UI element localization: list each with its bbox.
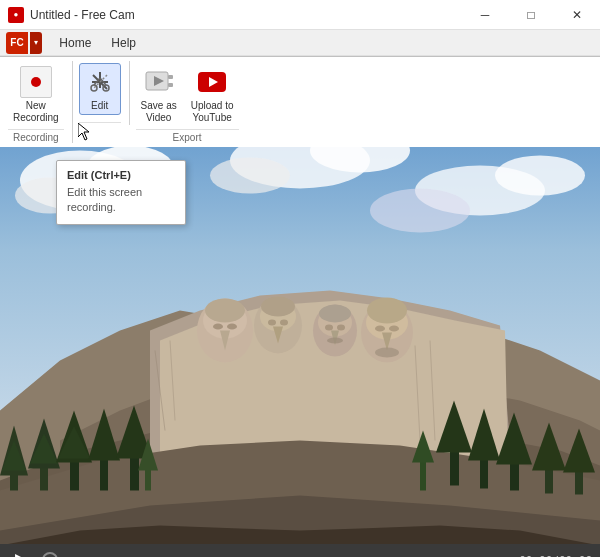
svg-point-44 [319,305,351,323]
edit-button[interactable]: Edit [79,63,121,115]
time-display: 00:00/00:06 [519,554,592,558]
youtube-svg [198,72,226,92]
svg-point-21 [210,158,290,194]
edit-svg [86,68,114,96]
export-group-label: Export [136,129,239,143]
app-icon [8,7,24,23]
svg-point-48 [327,338,343,344]
record-icon [42,552,58,557]
svg-point-40 [268,320,276,326]
menu-home[interactable]: Home [49,33,101,53]
svg-point-34 [213,324,223,330]
svg-point-32 [205,299,245,323]
maximize-button[interactable]: □ [508,0,554,30]
ribbon-content: NewRecording Recording [0,56,600,147]
svg-point-46 [325,325,333,331]
svg-point-47 [337,325,345,331]
new-recording-icon [20,66,52,98]
edit-tooltip: Edit (Ctrl+E) Edit this screen recording… [56,160,186,225]
title-bar: Untitled - Free Cam ─ □ ✕ [0,0,600,30]
new-recording-label: NewRecording [13,100,59,124]
ribbon-group-edit: Edit [79,61,130,125]
svg-point-53 [375,326,385,332]
svg-point-35 [227,324,237,330]
svg-point-38 [261,297,295,317]
title-bar-controls: ─ □ ✕ [462,0,600,30]
edit-group-label [79,122,121,125]
tooltip-title: Edit (Ctrl+E) [67,169,175,181]
ribbon-wrapper: FC ▾ Home Help NewRecording [0,30,600,147]
rec-icon [20,66,52,98]
close-button[interactable]: ✕ [554,0,600,30]
upload-youtube-button[interactable]: Upload toYouTube [186,63,239,127]
svg-point-4 [91,85,97,91]
upload-youtube-label: Upload toYouTube [191,100,234,124]
export-buttons: Save asVideo Upload toYouTube [136,61,239,127]
window-title: Untitled - Free Cam [30,8,135,22]
svg-point-55 [375,348,399,358]
ribbon-group-recording: NewRecording Recording [8,61,73,143]
save-video-svg [144,68,174,96]
save-as-video-icon [143,66,175,98]
save-as-video-button[interactable]: Save asVideo [136,63,182,127]
record-button[interactable] [38,548,62,557]
menu-help[interactable]: Help [101,33,146,53]
control-bar: ▶ 00:00/00:06 [0,544,600,557]
app-menu-dropdown[interactable]: ▾ [30,32,42,54]
quick-access-toolbar: FC ▾ Home Help [0,30,600,56]
edit-label: Edit [91,100,108,112]
minimize-button[interactable]: ─ [462,0,508,30]
edit-icon [84,66,116,98]
youtube-icon [196,66,228,98]
new-recording-button[interactable]: NewRecording [8,63,64,127]
play-button[interactable]: ▶ [8,548,32,557]
menu-bar: Home Help [49,33,146,53]
edit-buttons: Edit [79,61,121,120]
svg-point-24 [370,189,470,233]
ribbon-group-export: Save asVideo Upload toYouTube Export [136,61,247,143]
recording-group-label: Recording [8,129,64,143]
rec-dot [31,77,41,87]
svg-rect-11 [168,83,173,87]
svg-rect-10 [168,75,173,79]
recording-buttons: NewRecording [8,61,64,127]
svg-point-41 [280,320,288,326]
app-menu-icon: FC [10,37,23,48]
save-as-video-label: Save asVideo [141,100,177,124]
svg-point-23 [495,156,585,196]
svg-point-51 [367,298,407,324]
svg-point-54 [389,326,399,332]
tooltip-description: Edit this screen recording. [67,185,175,216]
title-bar-left: Untitled - Free Cam [8,7,135,23]
app-menu-button[interactable]: FC [6,32,28,54]
play-icon: ▶ [10,550,30,557]
